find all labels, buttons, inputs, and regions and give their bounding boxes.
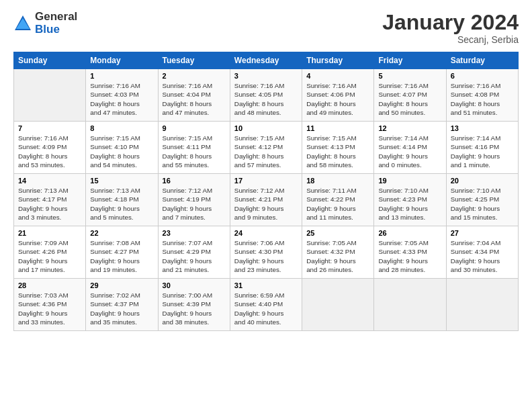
day-number: 10 — [234, 124, 298, 132]
calendar-cell — [446, 279, 518, 331]
day-number: 17 — [234, 177, 298, 185]
calendar-cell: 6Sunrise: 7:16 AMSunset: 4:08 PMDaylight… — [446, 69, 518, 122]
day-number: 9 — [163, 124, 226, 132]
day-info: Sunrise: 7:16 AMSunset: 4:04 PMDaylight:… — [163, 82, 213, 116]
day-info: Sunrise: 7:14 AMSunset: 4:14 PMDaylight:… — [378, 134, 429, 169]
day-number: 14 — [18, 177, 81, 185]
month-title: January 2024 — [382, 11, 519, 34]
page: General Blue January 2024 Secanj, Serbia… — [0, 0, 532, 411]
day-info: Sunrise: 7:13 AMSunset: 4:17 PMDaylight:… — [18, 187, 69, 221]
day-info: Sunrise: 7:11 AMSunset: 4:22 PMDaylight:… — [306, 187, 357, 221]
calendar-cell: 13Sunrise: 7:14 AMSunset: 4:16 PMDayligh… — [446, 122, 518, 174]
day-number: 4 — [306, 72, 369, 80]
calendar-cell — [374, 279, 446, 331]
day-number: 21 — [18, 229, 81, 237]
header-row: SundayMondayTuesdayWednesdayThursdayFrid… — [14, 52, 519, 69]
day-info: Sunrise: 7:07 AMSunset: 4:29 PMDaylight:… — [163, 239, 213, 273]
calendar-cell: 10Sunrise: 7:15 AMSunset: 4:12 PMDayligh… — [230, 122, 302, 174]
calendar-cell: 25Sunrise: 7:05 AMSunset: 4:32 PMDayligh… — [302, 226, 374, 279]
day-info: Sunrise: 7:16 AMSunset: 4:07 PMDaylight:… — [378, 82, 429, 116]
calendar-cell: 19Sunrise: 7:10 AMSunset: 4:23 PMDayligh… — [374, 174, 446, 226]
calendar-cell: 31Sunrise: 6:59 AMSunset: 4:40 PMDayligh… — [230, 279, 302, 331]
day-info: Sunrise: 7:16 AMSunset: 4:09 PMDaylight:… — [18, 134, 69, 169]
day-info: Sunrise: 7:00 AMSunset: 4:39 PMDaylight:… — [163, 291, 213, 326]
calendar-cell: 18Sunrise: 7:11 AMSunset: 4:22 PMDayligh… — [302, 174, 374, 226]
day-info: Sunrise: 7:15 AMSunset: 4:13 PMDaylight:… — [306, 134, 357, 169]
calendar-cell: 16Sunrise: 7:12 AMSunset: 4:19 PMDayligh… — [158, 174, 230, 226]
week-row-1: 7Sunrise: 7:16 AMSunset: 4:09 PMDaylight… — [14, 122, 519, 174]
title-block: January 2024 Secanj, Serbia — [382, 11, 519, 45]
day-info: Sunrise: 7:12 AMSunset: 4:19 PMDaylight:… — [163, 187, 213, 221]
day-info: Sunrise: 7:13 AMSunset: 4:18 PMDaylight:… — [90, 187, 140, 221]
day-info: Sunrise: 7:05 AMSunset: 4:32 PMDaylight:… — [306, 239, 357, 273]
day-number: 11 — [306, 124, 369, 132]
calendar-header: SundayMondayTuesdayWednesdayThursdayFrid… — [14, 52, 519, 69]
calendar: SundayMondayTuesdayWednesdayThursdayFrid… — [13, 52, 519, 331]
day-info: Sunrise: 7:03 AMSunset: 4:36 PMDaylight:… — [18, 291, 69, 326]
day-number: 24 — [234, 229, 298, 237]
day-info: Sunrise: 7:14 AMSunset: 4:16 PMDaylight:… — [451, 134, 501, 169]
week-row-3: 21Sunrise: 7:09 AMSunset: 4:26 PMDayligh… — [14, 226, 519, 279]
logo-icon — [13, 14, 32, 33]
day-info: Sunrise: 7:10 AMSunset: 4:25 PMDaylight:… — [451, 187, 501, 221]
day-info: Sunrise: 6:59 AMSunset: 4:40 PMDaylight:… — [234, 291, 285, 326]
day-number: 28 — [18, 281, 81, 289]
day-number: 31 — [234, 281, 298, 289]
calendar-cell: 24Sunrise: 7:06 AMSunset: 4:30 PMDayligh… — [230, 226, 302, 279]
calendar-cell: 22Sunrise: 7:08 AMSunset: 4:27 PMDayligh… — [86, 226, 158, 279]
header-day-sunday: Sunday — [14, 52, 86, 69]
week-row-0: 1Sunrise: 7:16 AMSunset: 4:03 PMDaylight… — [14, 69, 519, 122]
day-info: Sunrise: 7:16 AMSunset: 4:05 PMDaylight:… — [234, 82, 285, 116]
calendar-cell: 9Sunrise: 7:15 AMSunset: 4:11 PMDaylight… — [158, 122, 230, 174]
day-info: Sunrise: 7:09 AMSunset: 4:26 PMDaylight:… — [18, 239, 69, 273]
header-day-tuesday: Tuesday — [158, 52, 230, 69]
day-number: 6 — [451, 72, 514, 80]
day-number: 23 — [163, 229, 226, 237]
day-number: 2 — [163, 72, 226, 80]
day-info: Sunrise: 7:15 AMSunset: 4:10 PMDaylight:… — [90, 134, 140, 169]
calendar-cell: 7Sunrise: 7:16 AMSunset: 4:09 PMDaylight… — [14, 122, 86, 174]
week-row-2: 14Sunrise: 7:13 AMSunset: 4:17 PMDayligh… — [14, 174, 519, 226]
calendar-cell: 5Sunrise: 7:16 AMSunset: 4:07 PMDaylight… — [374, 69, 446, 122]
day-number: 22 — [90, 229, 153, 237]
calendar-cell: 8Sunrise: 7:15 AMSunset: 4:10 PMDaylight… — [86, 122, 158, 174]
calendar-cell: 30Sunrise: 7:00 AMSunset: 4:39 PMDayligh… — [158, 279, 230, 331]
calendar-cell: 12Sunrise: 7:14 AMSunset: 4:14 PMDayligh… — [374, 122, 446, 174]
header: General Blue January 2024 Secanj, Serbia — [13, 11, 519, 45]
day-info: Sunrise: 7:16 AMSunset: 4:06 PMDaylight:… — [306, 82, 357, 116]
day-number: 30 — [163, 281, 226, 289]
day-info: Sunrise: 7:10 AMSunset: 4:23 PMDaylight:… — [378, 187, 429, 221]
calendar-cell: 3Sunrise: 7:16 AMSunset: 4:05 PMDaylight… — [230, 69, 302, 122]
day-number: 8 — [90, 124, 153, 132]
calendar-cell: 11Sunrise: 7:15 AMSunset: 4:13 PMDayligh… — [302, 122, 374, 174]
header-day-friday: Friday — [374, 52, 446, 69]
logo: General Blue — [13, 11, 77, 36]
day-info: Sunrise: 7:02 AMSunset: 4:37 PMDaylight:… — [90, 291, 140, 326]
calendar-cell: 20Sunrise: 7:10 AMSunset: 4:25 PMDayligh… — [446, 174, 518, 226]
calendar-cell — [14, 69, 86, 122]
svg-marker-1 — [16, 18, 30, 29]
day-info: Sunrise: 7:15 AMSunset: 4:11 PMDaylight:… — [163, 134, 213, 169]
calendar-cell: 27Sunrise: 7:04 AMSunset: 4:34 PMDayligh… — [446, 226, 518, 279]
day-number: 13 — [451, 124, 514, 132]
day-info: Sunrise: 7:15 AMSunset: 4:12 PMDaylight:… — [234, 134, 285, 169]
logo-text: General Blue — [35, 11, 77, 36]
calendar-cell: 29Sunrise: 7:02 AMSunset: 4:37 PMDayligh… — [86, 279, 158, 331]
calendar-cell: 23Sunrise: 7:07 AMSunset: 4:29 PMDayligh… — [158, 226, 230, 279]
day-info: Sunrise: 7:16 AMSunset: 4:03 PMDaylight:… — [90, 82, 140, 116]
day-info: Sunrise: 7:12 AMSunset: 4:21 PMDaylight:… — [234, 187, 285, 221]
calendar-cell: 14Sunrise: 7:13 AMSunset: 4:17 PMDayligh… — [14, 174, 86, 226]
location: Secanj, Serbia — [382, 34, 519, 45]
day-number: 27 — [451, 229, 514, 237]
header-day-thursday: Thursday — [302, 52, 374, 69]
day-number: 3 — [234, 72, 298, 80]
calendar-cell: 21Sunrise: 7:09 AMSunset: 4:26 PMDayligh… — [14, 226, 86, 279]
calendar-cell: 1Sunrise: 7:16 AMSunset: 4:03 PMDaylight… — [86, 69, 158, 122]
header-day-saturday: Saturday — [446, 52, 518, 69]
day-info: Sunrise: 7:08 AMSunset: 4:27 PMDaylight:… — [90, 239, 140, 273]
day-number: 19 — [378, 177, 441, 185]
day-info: Sunrise: 7:05 AMSunset: 4:33 PMDaylight:… — [378, 239, 429, 273]
day-number: 29 — [90, 281, 153, 289]
day-info: Sunrise: 7:06 AMSunset: 4:30 PMDaylight:… — [234, 239, 285, 273]
day-info: Sunrise: 7:04 AMSunset: 4:34 PMDaylight:… — [451, 239, 501, 273]
